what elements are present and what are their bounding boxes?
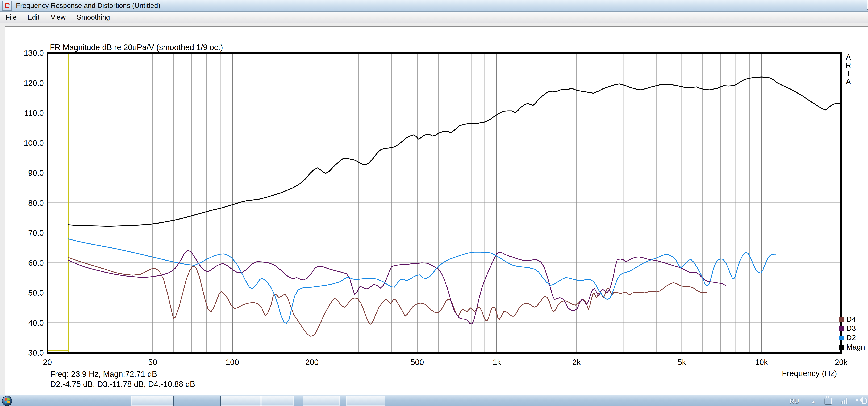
x-tick-label: 100 bbox=[226, 358, 239, 367]
menu-file[interactable]: File bbox=[5, 13, 17, 21]
x-tick-label: 10k bbox=[755, 358, 768, 367]
legend-label: Magn bbox=[846, 343, 865, 351]
x-axis-label: Frequency (Hz) bbox=[700, 369, 837, 378]
plug-prong-icon bbox=[828, 396, 829, 398]
window-title: Frequency Response and Distortions (Unti… bbox=[16, 2, 160, 9]
taskbar: e HOLM Impulse Steps bbox=[0, 395, 868, 406]
speaker-wave-icon bbox=[863, 398, 867, 404]
y-tick-label: 70.0 bbox=[28, 228, 44, 237]
status-readout-frequency: Freq: 23.9 Hz, Magn:72.71 dB bbox=[50, 369, 157, 379]
x-tick-label: 500 bbox=[410, 358, 424, 367]
windows-flag-icon bbox=[7, 398, 9, 401]
network-icon[interactable] bbox=[842, 397, 848, 404]
legend-swatch bbox=[839, 317, 844, 322]
frequency-response-plot[interactable]: 130.0120.0110.0100.090.080.070.060.050.0… bbox=[5, 27, 868, 394]
y-tick-label: 130.0 bbox=[24, 49, 44, 58]
arta-taskbar-button[interactable] bbox=[220, 396, 262, 406]
x-tick-label: 20k bbox=[835, 358, 848, 367]
start-button[interactable] bbox=[2, 396, 12, 406]
plug-prong-icon bbox=[826, 396, 827, 398]
y-tick-label: 30.0 bbox=[28, 348, 44, 357]
minimize-button[interactable] bbox=[867, 0, 868, 10]
client-area: 130.0120.0110.0100.090.080.070.060.050.0… bbox=[0, 23, 868, 395]
windows-flag-icon bbox=[4, 401, 7, 403]
x-tick-label: 2k bbox=[572, 358, 581, 367]
chart-title: FR Magnitude dB re 20uPa/V (smoothed 1/9… bbox=[50, 42, 223, 52]
speaker-cone-icon bbox=[856, 397, 863, 403]
windows-flag-icon bbox=[4, 398, 7, 401]
y-tick-label: 60.0 bbox=[28, 258, 44, 267]
status-readout-distortion: D2:-4.75 dB, D3:-11.78 dB, D4:-10.88 dB bbox=[50, 379, 195, 389]
title-bar[interactable]: C Frequency Response and Distortions (Un… bbox=[0, 0, 868, 12]
chart-window-taskbar-button[interactable] bbox=[346, 396, 385, 406]
arta-watermark: ARTA bbox=[844, 53, 852, 86]
arta-app-icon: C bbox=[2, 1, 12, 11]
y-tick-label: 80.0 bbox=[28, 199, 44, 207]
holm-taskbar-button[interactable] bbox=[260, 396, 294, 406]
menu-bar: File Edit View Smoothing bbox=[0, 12, 868, 23]
legend-label: D2 bbox=[846, 334, 856, 342]
curve-D3 bbox=[68, 250, 725, 324]
y-tick-label: 90.0 bbox=[28, 168, 44, 177]
curve-D2 bbox=[68, 239, 776, 324]
x-tick-label: 5k bbox=[678, 358, 686, 367]
x-tick-label: 1k bbox=[493, 358, 501, 367]
language-indicator[interactable]: RU bbox=[789, 397, 799, 405]
legend-label: D4 bbox=[846, 315, 856, 323]
chart-panel: 130.0120.0110.0100.090.080.070.060.050.0… bbox=[5, 26, 868, 395]
x-tick-label: 50 bbox=[148, 358, 157, 367]
legend-swatch bbox=[839, 345, 844, 349]
legend-swatch bbox=[839, 326, 844, 331]
y-tick-label: 40.0 bbox=[28, 318, 44, 327]
safely-remove-hardware-icon[interactable] bbox=[825, 398, 832, 404]
menu-view[interactable]: View bbox=[51, 13, 66, 21]
x-tick-label: 20 bbox=[43, 358, 52, 367]
y-tick-label: 110.0 bbox=[24, 109, 44, 117]
legend-swatch bbox=[839, 336, 844, 340]
chrome-taskbar-button[interactable] bbox=[131, 396, 174, 406]
y-tick-label: 100.0 bbox=[24, 139, 44, 148]
hidden-icons-arrow[interactable]: ▲ bbox=[811, 399, 815, 404]
x-tick-label: 200 bbox=[305, 358, 319, 367]
curve-Magn bbox=[68, 77, 841, 226]
legend-label: D3 bbox=[846, 324, 856, 332]
menu-smoothing[interactable]: Smoothing bbox=[77, 13, 110, 21]
y-tick-label: 50.0 bbox=[28, 288, 44, 297]
menu-edit[interactable]: Edit bbox=[27, 13, 39, 21]
steps-taskbar-button[interactable] bbox=[303, 396, 340, 406]
volume-icon[interactable] bbox=[856, 397, 867, 404]
y-tick-label: 120.0 bbox=[24, 79, 44, 88]
arta-window: C Frequency Response and Distortions (Un… bbox=[0, 0, 868, 406]
windows-flag-icon bbox=[7, 401, 10, 403]
